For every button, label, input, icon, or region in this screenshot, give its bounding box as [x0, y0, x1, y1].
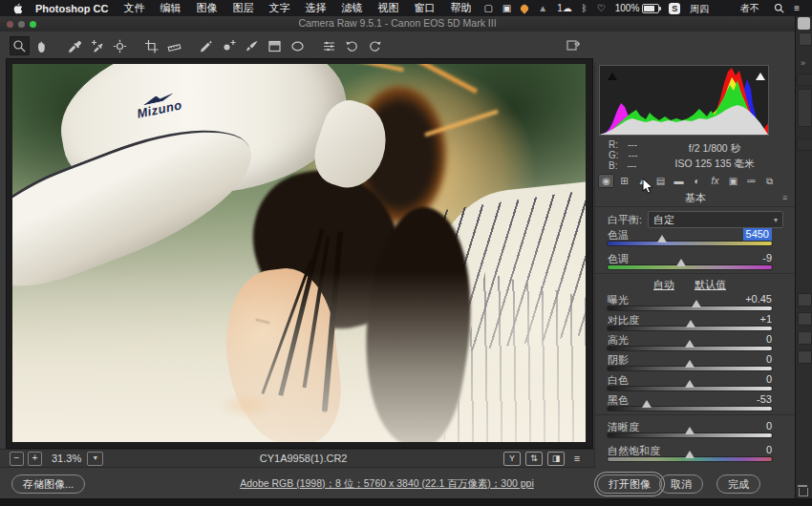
menu-file[interactable]: 文件 — [116, 1, 152, 15]
menu-select[interactable]: 选择 — [297, 1, 333, 15]
panel-button-fragment[interactable] — [798, 350, 812, 364]
default-link[interactable]: 默认值 — [694, 279, 726, 290]
radial-filter-tool-icon[interactable] — [288, 36, 308, 55]
vibrance-slider-thumb[interactable] — [685, 451, 694, 458]
contrast-slider[interactable] — [608, 327, 772, 330]
menu-image[interactable]: 图像 — [188, 1, 224, 15]
cancel-button[interactable]: 取消 — [659, 474, 703, 494]
camera-raw-titlebar[interactable]: Camera Raw 9.5.1 - Canon EOS 5D Mark III — [0, 16, 795, 32]
slider-value-whites[interactable]: 0 — [766, 373, 772, 388]
menu-layer[interactable]: 图层 — [224, 1, 261, 15]
hand-tool-icon[interactable] — [32, 36, 53, 55]
straighten-tool-icon[interactable] — [164, 36, 184, 55]
panel-menu-icon[interactable]: ≡ — [782, 193, 787, 202]
swap-before-after-button[interactable]: ⇅ — [525, 452, 543, 466]
slider-value-exposure[interactable]: +0.45 — [745, 293, 772, 307]
tint-slider-thumb[interactable] — [676, 259, 686, 266]
tab-presets-icon[interactable]: ≔ — [743, 174, 759, 188]
menu-app-name[interactable]: Photoshop CC — [28, 3, 116, 14]
slider-value-temperature[interactable]: 5450 — [743, 228, 772, 242]
save-image-button[interactable]: 存储图像... — [11, 474, 85, 494]
menu-help[interactable]: 帮助 — [442, 1, 479, 15]
crop-tool-icon[interactable] — [141, 36, 161, 55]
contrast-slider-thumb[interactable] — [686, 320, 695, 327]
whites-slider[interactable] — [608, 387, 772, 390]
clarity-slider[interactable] — [608, 433, 772, 437]
slider-value-vibrance[interactable]: 0 — [766, 444, 772, 458]
histogram[interactable] — [600, 66, 768, 135]
whites-slider-thumb[interactable] — [685, 380, 694, 388]
zoom-in-button[interactable]: + — [28, 452, 42, 466]
panel-button-fragment[interactable] — [798, 312, 812, 326]
slider-value-shadows[interactable]: 0 — [766, 353, 772, 368]
zoom-tool-icon[interactable] — [10, 36, 30, 55]
blacks-slider[interactable] — [608, 407, 772, 411]
slider-value-clarity[interactable]: 0 — [766, 420, 772, 434]
preview-preferences-icon[interactable]: ≡ — [569, 453, 585, 465]
copy-settings-button[interactable]: ◨ — [547, 452, 565, 466]
targeted-adjustment-tool-icon[interactable] — [110, 36, 130, 55]
shadows-slider-thumb[interactable] — [685, 360, 694, 368]
vibrance-slider[interactable] — [608, 457, 772, 461]
slider-value-highlights[interactable]: 0 — [766, 333, 772, 348]
tab-tone-curve-icon[interactable]: ⊞ — [616, 174, 632, 188]
auto-link[interactable]: 自动 — [653, 279, 674, 290]
tab-lens-corrections-icon[interactable]: ◐ — [689, 174, 705, 188]
tab-hsl-icon[interactable]: ▤ — [652, 174, 669, 188]
open-image-button[interactable]: 打开图像 — [597, 474, 662, 494]
clarity-slider-thumb[interactable] — [685, 427, 694, 434]
chat-icon[interactable]: ▣ — [498, 3, 516, 13]
spotlight-search-icon[interactable] — [769, 3, 789, 13]
white-balance-select[interactable]: 自定 ▾ — [648, 211, 783, 228]
white-balance-tool-icon[interactable] — [64, 36, 84, 55]
slider-value-blacks[interactable]: -53 — [757, 393, 772, 408]
trash-icon[interactable] — [799, 488, 808, 496]
battery-status[interactable]: 100% — [610, 3, 665, 13]
cloud-count-icon[interactable]: 1☁ — [552, 3, 577, 13]
tab-camera-calibration-icon[interactable]: ▣ — [725, 174, 741, 188]
photo-preview[interactable]: Mizuno — [12, 64, 586, 442]
highlight-clipping-warning-icon[interactable] — [756, 73, 765, 80]
tint-slider[interactable] — [608, 265, 772, 269]
bluetooth-icon[interactable]: ᛒ — [577, 3, 592, 13]
zoom-level-dropdown[interactable]: ▾ — [87, 452, 103, 466]
rotate-left-icon[interactable] — [342, 36, 362, 55]
red-eye-removal-tool-icon[interactable] — [219, 36, 239, 55]
preferences-icon[interactable] — [319, 36, 339, 55]
exposure-slider[interactable] — [608, 306, 772, 310]
temperature-slider[interactable] — [608, 242, 772, 245]
done-button[interactable]: 完成 — [716, 474, 760, 494]
tab-split-toning-icon[interactable]: ▬ — [671, 174, 687, 188]
cycle-preview-button[interactable]: Y — [503, 452, 521, 466]
tab-effects-icon[interactable]: fx — [707, 174, 723, 188]
adjustment-brush-tool-icon[interactable] — [242, 36, 262, 55]
shadow-clipping-warning-icon[interactable] — [608, 73, 617, 80]
temperature-slider-thumb[interactable] — [657, 235, 667, 242]
tab-basic-icon[interactable]: ◉ — [598, 174, 614, 188]
graduated-filter-tool-icon[interactable] — [265, 36, 285, 55]
menu-window[interactable]: 窗口 — [406, 1, 442, 15]
toggle-fullscreen-icon[interactable] — [565, 37, 582, 53]
tab-snapshots-icon[interactable]: ⧉ — [761, 174, 778, 188]
heart-icon[interactable]: ♡ — [592, 3, 610, 13]
slider-value-tint[interactable]: -9 — [762, 252, 772, 266]
highlights-slider-thumb[interactable] — [685, 340, 694, 348]
rotate-right-icon[interactable] — [365, 36, 385, 55]
slider-value-contrast[interactable]: +1 — [759, 313, 772, 327]
mountain-icon[interactable]: ▲ — [533, 3, 552, 13]
blacks-slider-thumb[interactable] — [642, 400, 652, 408]
exposure-slider-thumb[interactable] — [692, 300, 701, 307]
apple-menu[interactable] — [8, 2, 28, 14]
panel-button-fragment[interactable] — [798, 331, 812, 345]
zoom-out-button[interactable]: − — [10, 452, 24, 466]
input-method-icon[interactable]: S — [664, 3, 685, 14]
collapse-panels-icon[interactable]: » — [801, 58, 805, 68]
menu-filter[interactable]: 滤镜 — [333, 1, 370, 15]
menu-edit[interactable]: 编辑 — [152, 1, 188, 15]
window-switcher-icon[interactable]: ▢ — [479, 3, 497, 13]
highlights-slider[interactable] — [608, 347, 772, 350]
notification-center-icon[interactable]: ≡ — [789, 3, 804, 13]
workflow-options-link[interactable]: Adobe RGB (1998)；8 位；5760 x 3840 (22.1 百… — [134, 477, 640, 491]
spot-removal-tool-icon[interactable] — [196, 36, 216, 55]
menu-view[interactable]: 视图 — [370, 1, 406, 15]
